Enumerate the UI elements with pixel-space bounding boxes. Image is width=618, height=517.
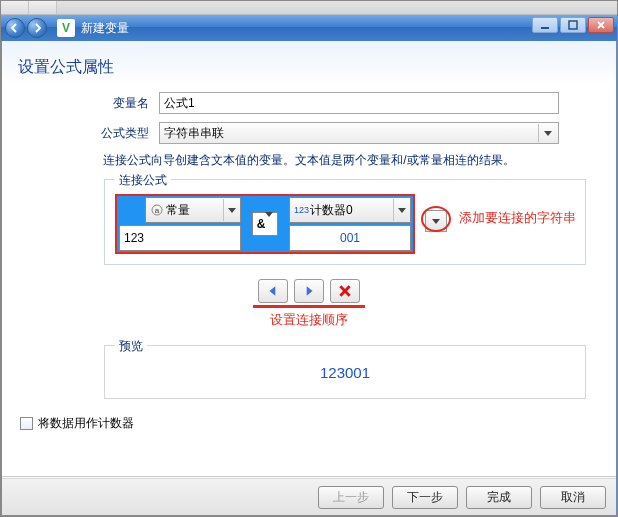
left-value-input[interactable]: 123 bbox=[119, 225, 241, 251]
x-icon bbox=[338, 284, 352, 298]
chevron-down-icon bbox=[538, 124, 556, 142]
minimize-icon bbox=[540, 20, 550, 30]
operator-cell[interactable]: & bbox=[252, 212, 278, 236]
cancel-button[interactable]: 取消 bbox=[540, 486, 606, 509]
counter-prefix-icon: 123 bbox=[294, 205, 309, 215]
wizard-footer: 上一步 下一步 完成 取消 bbox=[2, 478, 616, 515]
left-type-value: 常量 bbox=[166, 202, 190, 219]
use-as-counter-label: 将数据用作计数器 bbox=[38, 415, 134, 432]
maximize-icon bbox=[568, 20, 578, 30]
concat-formula-block: a 常量 123 & bbox=[115, 194, 415, 254]
annotation-circle bbox=[421, 206, 451, 232]
chevron-down-icon bbox=[265, 217, 273, 231]
app-icon: V bbox=[57, 19, 75, 37]
titlebar: V 新建变量 bbox=[1, 15, 617, 41]
close-icon bbox=[596, 20, 606, 30]
arrow-right-icon bbox=[302, 284, 316, 298]
svg-rect-0 bbox=[541, 27, 549, 29]
arrow-right-icon bbox=[32, 23, 42, 33]
order-action-row bbox=[14, 279, 604, 303]
preview-value: 123001 bbox=[105, 346, 585, 398]
svg-text:a: a bbox=[155, 206, 160, 215]
finish-button[interactable]: 完成 bbox=[466, 486, 532, 509]
chevron-down-icon bbox=[393, 199, 409, 221]
prev-button[interactable]: 上一步 bbox=[318, 486, 384, 509]
nav-back-button[interactable] bbox=[5, 18, 25, 38]
preview-box: 预览 123001 bbox=[104, 345, 586, 399]
minimize-button[interactable] bbox=[532, 17, 558, 33]
body-inner: 设置公式属性 变量名 公式类型 字符串串联 连接公式向导创建含文本值的变量。文本… bbox=[2, 41, 616, 477]
delete-button[interactable] bbox=[330, 279, 360, 303]
right-type-value: 计数器0 bbox=[310, 202, 353, 219]
chevron-down-icon bbox=[223, 199, 239, 221]
left-type-select[interactable]: a 常量 bbox=[145, 197, 241, 223]
preview-legend: 预览 bbox=[115, 338, 147, 355]
left-value-text: 123 bbox=[124, 231, 144, 245]
window-body: 设置公式属性 变量名 公式类型 字符串串联 连接公式向导创建含文本值的变量。文本… bbox=[1, 41, 617, 516]
formula-type-value: 字符串串联 bbox=[164, 125, 224, 142]
formula-type-select[interactable]: 字符串串联 bbox=[159, 122, 559, 144]
next-button[interactable]: 下一步 bbox=[392, 486, 458, 509]
use-as-counter-checkbox[interactable] bbox=[20, 417, 33, 430]
window-parent-strip bbox=[1, 1, 617, 15]
arrow-left-icon bbox=[10, 23, 20, 33]
concat-legend: 连接公式 bbox=[115, 172, 171, 189]
constant-icon: a bbox=[150, 203, 164, 217]
close-button[interactable] bbox=[588, 17, 614, 33]
move-right-button[interactable] bbox=[294, 279, 324, 303]
svg-rect-1 bbox=[569, 21, 577, 29]
annotation-add-string: 添加要连接的字符串 bbox=[459, 209, 576, 227]
right-type-select[interactable]: 123 计数器0 bbox=[289, 197, 411, 223]
concat-fieldset: 连接公式 a 常量 123 bbox=[104, 179, 586, 265]
parent-tab-1 bbox=[1, 1, 29, 14]
operator-text: & bbox=[257, 217, 266, 231]
window-title: 新建变量 bbox=[81, 20, 129, 37]
right-value-text: 001 bbox=[340, 231, 360, 245]
right-value-display: 001 bbox=[289, 225, 411, 251]
maximize-button[interactable] bbox=[560, 17, 586, 33]
parent-tab-2 bbox=[29, 1, 57, 14]
wizard-description: 连接公式向导创建含文本值的变量。文本值是两个变量和/或常量相连的结果。 bbox=[14, 152, 604, 169]
nav-forward-button[interactable] bbox=[27, 18, 47, 38]
page-title: 设置公式属性 bbox=[14, 55, 604, 88]
annotation-underline bbox=[253, 305, 365, 308]
var-name-input[interactable] bbox=[159, 92, 559, 114]
arrow-left-icon bbox=[266, 284, 280, 298]
var-name-label: 变量名 bbox=[14, 95, 159, 112]
annotation-set-order: 设置连接顺序 bbox=[14, 311, 604, 329]
formula-type-label: 公式类型 bbox=[14, 125, 159, 142]
move-left-button[interactable] bbox=[258, 279, 288, 303]
